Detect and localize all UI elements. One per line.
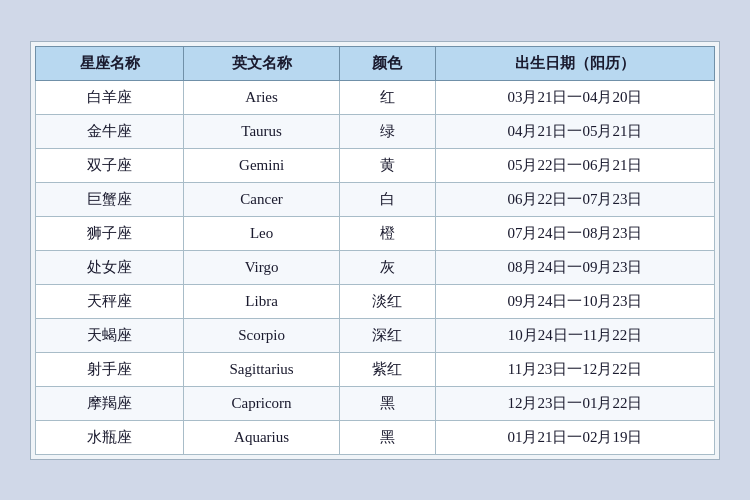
cell-english-name: Cancer [184,182,340,216]
table-row: 水瓶座Aquarius黑01月21日一02月19日 [36,420,715,454]
cell-dates: 05月22日一06月21日 [435,148,714,182]
table-row: 白羊座Aries红03月21日一04月20日 [36,80,715,114]
cell-dates: 01月21日一02月19日 [435,420,714,454]
cell-dates: 11月23日一12月22日 [435,352,714,386]
table-row: 狮子座Leo橙07月24日一08月23日 [36,216,715,250]
header-chinese-name: 星座名称 [36,46,184,80]
cell-chinese-name: 白羊座 [36,80,184,114]
cell-english-name: Scorpio [184,318,340,352]
cell-chinese-name: 天秤座 [36,284,184,318]
zodiac-table-container: 星座名称 英文名称 颜色 出生日期（阳历） 白羊座Aries红03月21日一04… [30,41,720,460]
cell-english-name: Capricorn [184,386,340,420]
cell-english-name: Taurus [184,114,340,148]
cell-color: 绿 [339,114,435,148]
cell-chinese-name: 处女座 [36,250,184,284]
cell-english-name: Libra [184,284,340,318]
cell-color: 黑 [339,420,435,454]
cell-dates: 06月22日一07月23日 [435,182,714,216]
cell-dates: 12月23日一01月22日 [435,386,714,420]
zodiac-table: 星座名称 英文名称 颜色 出生日期（阳历） 白羊座Aries红03月21日一04… [35,46,715,455]
table-row: 天蝎座Scorpio深红10月24日一11月22日 [36,318,715,352]
cell-english-name: Aries [184,80,340,114]
table-row: 巨蟹座Cancer白06月22日一07月23日 [36,182,715,216]
cell-chinese-name: 狮子座 [36,216,184,250]
cell-chinese-name: 水瓶座 [36,420,184,454]
header-color: 颜色 [339,46,435,80]
cell-color: 红 [339,80,435,114]
cell-color: 紫红 [339,352,435,386]
cell-chinese-name: 巨蟹座 [36,182,184,216]
cell-color: 白 [339,182,435,216]
cell-chinese-name: 射手座 [36,352,184,386]
cell-chinese-name: 双子座 [36,148,184,182]
cell-dates: 07月24日一08月23日 [435,216,714,250]
table-row: 双子座Gemini黄05月22日一06月21日 [36,148,715,182]
cell-english-name: Aquarius [184,420,340,454]
cell-english-name: Virgo [184,250,340,284]
table-row: 金牛座Taurus绿04月21日一05月21日 [36,114,715,148]
cell-color: 黑 [339,386,435,420]
table-row: 天秤座Libra淡红09月24日一10月23日 [36,284,715,318]
table-header-row: 星座名称 英文名称 颜色 出生日期（阳历） [36,46,715,80]
cell-color: 黄 [339,148,435,182]
cell-dates: 08月24日一09月23日 [435,250,714,284]
header-english-name: 英文名称 [184,46,340,80]
cell-color: 灰 [339,250,435,284]
cell-english-name: Sagittarius [184,352,340,386]
cell-chinese-name: 金牛座 [36,114,184,148]
cell-color: 深红 [339,318,435,352]
cell-dates: 03月21日一04月20日 [435,80,714,114]
cell-color: 橙 [339,216,435,250]
table-row: 射手座Sagittarius紫红11月23日一12月22日 [36,352,715,386]
cell-dates: 04月21日一05月21日 [435,114,714,148]
cell-chinese-name: 摩羯座 [36,386,184,420]
table-row: 摩羯座Capricorn黑12月23日一01月22日 [36,386,715,420]
table-row: 处女座Virgo灰08月24日一09月23日 [36,250,715,284]
cell-english-name: Gemini [184,148,340,182]
cell-color: 淡红 [339,284,435,318]
cell-dates: 10月24日一11月22日 [435,318,714,352]
header-birthdate: 出生日期（阳历） [435,46,714,80]
cell-dates: 09月24日一10月23日 [435,284,714,318]
cell-english-name: Leo [184,216,340,250]
cell-chinese-name: 天蝎座 [36,318,184,352]
